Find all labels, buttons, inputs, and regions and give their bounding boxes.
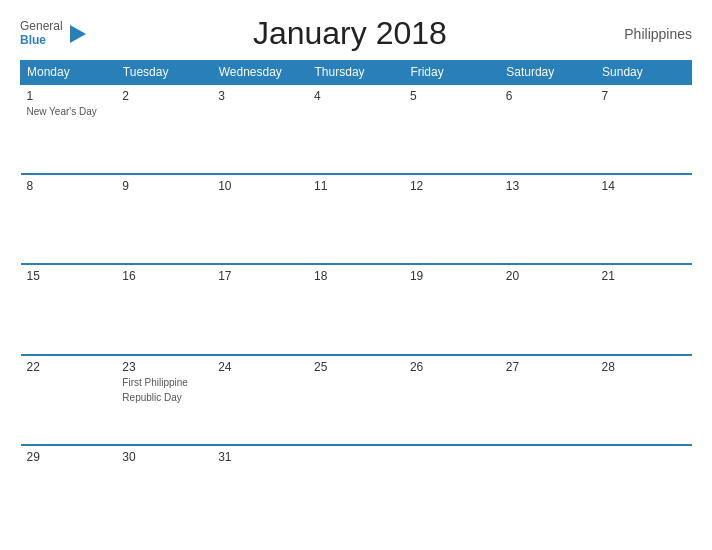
calendar-week-3: 15161718192021 (21, 264, 692, 354)
day-number: 10 (218, 179, 302, 193)
day-number: 6 (506, 89, 590, 103)
calendar-cell (500, 445, 596, 535)
calendar-cell: 27 (500, 355, 596, 445)
calendar-cell: 20 (500, 264, 596, 354)
day-number: 5 (410, 89, 494, 103)
calendar-cell (308, 445, 404, 535)
country-label: Philippines (612, 26, 692, 42)
calendar-cell: 10 (212, 174, 308, 264)
calendar-body: 1New Year's Day2345678910111213141516171… (21, 84, 692, 535)
logo-general-text: General (20, 20, 63, 33)
svg-marker-0 (70, 25, 86, 43)
calendar-cell: 11 (308, 174, 404, 264)
event-label: First Philippine (122, 376, 206, 389)
event-label: Republic Day (122, 391, 206, 404)
day-number: 17 (218, 269, 302, 283)
day-number: 12 (410, 179, 494, 193)
calendar-cell: 5 (404, 84, 500, 174)
calendar-header-row: Monday Tuesday Wednesday Thursday Friday… (21, 61, 692, 85)
calendar-week-2: 891011121314 (21, 174, 692, 264)
calendar-cell: 22 (21, 355, 117, 445)
calendar-cell (596, 445, 692, 535)
logo: General Blue (20, 20, 88, 46)
weekday-friday: Friday (404, 61, 500, 85)
day-number: 1 (27, 89, 111, 103)
calendar-cell: 19 (404, 264, 500, 354)
day-number: 14 (602, 179, 686, 193)
calendar-cell: 21 (596, 264, 692, 354)
calendar-cell: 28 (596, 355, 692, 445)
calendar-week-4: 2223First PhilippineRepublic Day24252627… (21, 355, 692, 445)
weekday-thursday: Thursday (308, 61, 404, 85)
weekday-saturday: Saturday (500, 61, 596, 85)
day-number: 11 (314, 179, 398, 193)
day-number: 20 (506, 269, 590, 283)
weekday-sunday: Sunday (596, 61, 692, 85)
calendar-cell: 24 (212, 355, 308, 445)
calendar-cell: 8 (21, 174, 117, 264)
day-number: 8 (27, 179, 111, 193)
calendar-cell: 18 (308, 264, 404, 354)
day-number: 21 (602, 269, 686, 283)
weekday-tuesday: Tuesday (116, 61, 212, 85)
weekday-monday: Monday (21, 61, 117, 85)
calendar-cell: 25 (308, 355, 404, 445)
day-number: 19 (410, 269, 494, 283)
calendar-cell: 4 (308, 84, 404, 174)
day-number: 18 (314, 269, 398, 283)
day-number: 30 (122, 450, 206, 464)
weekday-wednesday: Wednesday (212, 61, 308, 85)
calendar-cell: 12 (404, 174, 500, 264)
calendar-cell (404, 445, 500, 535)
calendar-cell: 13 (500, 174, 596, 264)
logo-flag-icon (66, 23, 88, 45)
day-number: 23 (122, 360, 206, 374)
calendar-cell: 29 (21, 445, 117, 535)
day-number: 3 (218, 89, 302, 103)
calendar-cell: 3 (212, 84, 308, 174)
day-number: 2 (122, 89, 206, 103)
calendar-cell: 30 (116, 445, 212, 535)
calendar-cell: 17 (212, 264, 308, 354)
day-number: 9 (122, 179, 206, 193)
calendar-week-1: 1New Year's Day234567 (21, 84, 692, 174)
calendar-cell: 16 (116, 264, 212, 354)
calendar-cell: 1New Year's Day (21, 84, 117, 174)
calendar-cell: 14 (596, 174, 692, 264)
day-number: 24 (218, 360, 302, 374)
day-number: 25 (314, 360, 398, 374)
calendar-cell: 2 (116, 84, 212, 174)
calendar-cell: 7 (596, 84, 692, 174)
calendar-header: General Blue January 2018 Philippines (20, 15, 692, 52)
calendar-cell: 6 (500, 84, 596, 174)
calendar-cell: 31 (212, 445, 308, 535)
day-number: 31 (218, 450, 302, 464)
event-label: New Year's Day (27, 105, 111, 118)
day-number: 22 (27, 360, 111, 374)
day-number: 26 (410, 360, 494, 374)
day-number: 13 (506, 179, 590, 193)
logo-blue-text: Blue (20, 34, 63, 47)
calendar-cell: 15 (21, 264, 117, 354)
day-number: 29 (27, 450, 111, 464)
calendar-cell: 23First PhilippineRepublic Day (116, 355, 212, 445)
day-number: 16 (122, 269, 206, 283)
calendar-title: January 2018 (88, 15, 612, 52)
calendar-cell: 9 (116, 174, 212, 264)
calendar-table: Monday Tuesday Wednesday Thursday Friday… (20, 60, 692, 535)
calendar-cell: 26 (404, 355, 500, 445)
day-number: 28 (602, 360, 686, 374)
day-number: 27 (506, 360, 590, 374)
day-number: 7 (602, 89, 686, 103)
day-number: 15 (27, 269, 111, 283)
day-number: 4 (314, 89, 398, 103)
calendar-page: General Blue January 2018 Philippines Mo… (0, 0, 712, 550)
calendar-week-5: 293031 (21, 445, 692, 535)
